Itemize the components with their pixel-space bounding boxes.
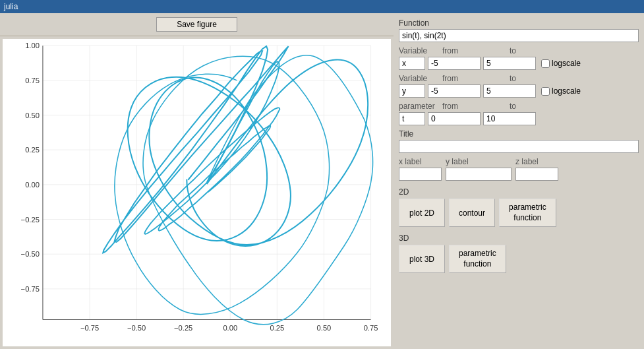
svg-text:−0.75: −0.75 (21, 285, 40, 293)
canvas-container: 1.00 0.75 0.50 0.25 0.00 −0.25 −0.50 −0.… (3, 39, 391, 346)
3d-label: 3D (399, 234, 639, 243)
title-section: Title (399, 129, 639, 153)
title-bar: julia (0, 0, 644, 13)
variable1-to-input[interactable] (483, 57, 536, 70)
xlabel-label: x label (399, 157, 442, 166)
svg-text:−0.25: −0.25 (174, 324, 192, 332)
variable1-from-label: from (442, 46, 463, 55)
parameter-from-label: from (442, 102, 463, 111)
save-bar: Save figure (0, 13, 394, 36)
variable1-from-input[interactable] (428, 57, 481, 70)
app-title: julia (4, 2, 18, 11)
zlabel-label: z label (515, 157, 558, 166)
parameter-label: parameter (399, 102, 440, 111)
svg-text:0.50: 0.50 (25, 111, 40, 119)
2d-section: 2D plot 2D contour parametric function (399, 185, 639, 227)
svg-text:0.75: 0.75 (364, 324, 378, 332)
zlabel-group: z label (515, 157, 558, 181)
title-label: Title (399, 129, 639, 139)
svg-text:0.25: 0.25 (25, 146, 40, 154)
zlabel-input[interactable] (515, 168, 558, 181)
svg-text:−0.75: −0.75 (80, 324, 99, 332)
ylabel-label: y label (446, 157, 512, 166)
plot-svg: 1.00 0.75 0.50 0.25 0.00 −0.25 −0.50 −0.… (3, 39, 391, 346)
variable2-logscale-wrap: logscale (541, 86, 581, 96)
svg-text:0.25: 0.25 (270, 324, 285, 332)
plot-2d-button[interactable]: plot 2D (399, 199, 445, 227)
variable2-logscale-label: logscale (552, 86, 581, 96)
variable2-to-input[interactable] (483, 84, 536, 98)
variable2-label: Variable (399, 74, 440, 83)
parameter-row: parameter from to (399, 102, 639, 125)
labels-section: x label y label z label (399, 157, 639, 181)
variable2-from-input[interactable] (428, 84, 481, 98)
right-panel: Function Variable from to logscale (394, 13, 644, 349)
parameter-name-input[interactable] (399, 112, 425, 125)
svg-text:1.00: 1.00 (25, 42, 40, 49)
title-input[interactable] (399, 140, 639, 153)
svg-text:0.00: 0.00 (223, 324, 237, 332)
svg-text:0.75: 0.75 (25, 77, 40, 84)
2d-btn-row: plot 2D contour parametric function (399, 199, 639, 227)
parameter-to-input[interactable] (483, 112, 536, 125)
plot-area: Save figure (0, 13, 394, 349)
ylabel-group: y label (446, 157, 512, 181)
variable1-logscale-checkbox[interactable] (541, 59, 550, 68)
variable1-label: Variable (399, 46, 440, 55)
variable1-logscale-label: logscale (552, 59, 581, 68)
svg-text:−0.25: −0.25 (21, 216, 40, 224)
variable2-from-label: from (442, 74, 463, 83)
function-label: Function (399, 18, 639, 28)
parametric-function-3d-button[interactable]: parametric function (449, 245, 506, 273)
3d-btn-row: plot 3D parametric function (399, 245, 639, 273)
svg-text:0.00: 0.00 (25, 181, 40, 189)
svg-text:0.50: 0.50 (317, 324, 332, 332)
function-section: Function (399, 18, 639, 42)
variable2-logscale-checkbox[interactable] (541, 87, 550, 96)
save-figure-button[interactable]: Save figure (156, 17, 237, 32)
main-content: Save figure (0, 13, 644, 349)
3d-section: 3D plot 3D parametric function (399, 231, 639, 273)
xlabel-input[interactable] (399, 168, 442, 181)
parameter-to-label: to (510, 102, 519, 111)
parameter-from-input[interactable] (428, 112, 481, 125)
function-input[interactable] (399, 29, 639, 42)
plot-3d-button[interactable]: plot 3D (399, 245, 445, 273)
variable2-name-input[interactable] (399, 84, 425, 98)
parametric-function-2d-button[interactable]: parametric function (499, 199, 556, 227)
svg-text:−0.50: −0.50 (21, 250, 40, 258)
contour-button[interactable]: contour (449, 199, 495, 227)
svg-text:−0.50: −0.50 (127, 324, 146, 332)
variable1-to-label: to (510, 46, 519, 55)
2d-label: 2D (399, 187, 639, 197)
variable1-logscale-wrap: logscale (541, 59, 581, 68)
variable2-to-label: to (510, 74, 519, 83)
variable1-row: Variable from to logscale (399, 46, 639, 70)
variable1-name-input[interactable] (399, 57, 425, 70)
ylabel-input[interactable] (446, 168, 512, 181)
variable2-row: Variable from to logscale (399, 74, 639, 98)
xlabel-group: x label (399, 157, 442, 181)
